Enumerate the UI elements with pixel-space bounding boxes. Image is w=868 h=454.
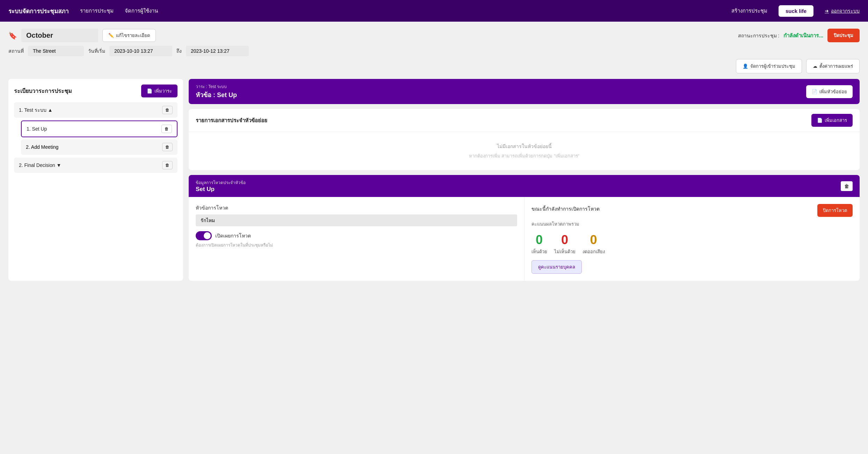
close-vote-button[interactable]: ปิดการโหวต: [817, 204, 853, 217]
voting-right: ขณะนี้กำลังทำการเปิดการโหวต ปิดการโหวต ค…: [525, 197, 860, 281]
docs-header: รายการเอกสารประจำหัวข้อย่อย 📄 เพิ่มเอกสา…: [189, 109, 860, 132]
right-panel: วาระ : Test ระบบ หัวข้อ : Set Up 📄 เพิ่ม…: [189, 79, 860, 281]
voting-left: หัวข้อการโหวต เปิดเผยการโหวต ต้องการเปิด…: [189, 197, 525, 281]
agree-count: 0: [531, 233, 547, 247]
meeting-title-input[interactable]: [21, 29, 98, 42]
docs-empty-line2: หากต้องการเพิ่ม สามารถเพิ่มด้วยการกดปุ่ม…: [196, 152, 853, 160]
action-buttons-row: 👤 จัดการผู้เข้าร่วมประชุม ☁ ตั้งค่าการเผ…: [8, 59, 860, 73]
add-sub-label: เพิ่มหัวข้อย่อย: [819, 88, 847, 95]
location-row: สถานที่ วันที่เริ่ม ถึง: [8, 46, 860, 56]
create-meeting-button[interactable]: สร้างการประชุม: [731, 7, 767, 15]
close-meeting-button[interactable]: ปิดประชุม: [827, 29, 860, 42]
status-value: กำลังดำเนินการ...: [783, 31, 823, 40]
voting-title: Set Up: [196, 186, 246, 193]
manage-attendees-label: จัดการผู้เข้าร่วมประชุม: [750, 63, 795, 70]
start-date-label: วันที่เริ่ม: [88, 47, 105, 55]
agenda-item-2-label: 2. Final Decision ▼: [19, 162, 61, 168]
status-prefix: สถานะการประชุม :: [738, 32, 780, 39]
toggle-label: เปิดเผยการโหวต: [215, 232, 251, 240]
meeting-title-row: 🔖 ✏️ แก้ไขรายละเอียด สถานะการประชุม : กำ…: [8, 29, 860, 42]
logout-button[interactable]: ➜ ออกจากระบบ: [825, 7, 860, 15]
to-label: ถึง: [176, 47, 182, 55]
agenda-item-1[interactable]: 1. Test ระบบ ▲ 🗑: [14, 102, 178, 118]
agenda-item-2[interactable]: 2. Final Decision ▼ 🗑: [14, 158, 178, 173]
logout-icon: ➜: [825, 8, 829, 14]
documents-card: รายการเอกสารประจำหัวข้อย่อย 📄 เพิ่มเอกสา…: [189, 109, 860, 170]
navbar-brand: ระบบจัดการประชุมสภา: [8, 6, 69, 16]
voting-status-label: ขณะนี้กำลังทำการเปิดการโหวต: [531, 205, 600, 213]
voting-body: หัวข้อการโหวต เปิดเผยการโหวต ต้องการเปิด…: [189, 197, 860, 281]
vote-counts: 0 เห็นด้วย 0 ไม่เห็นด้วย 0 งดออกเสียง: [531, 233, 853, 255]
nav-link-meetings[interactable]: รายการประชุม: [80, 7, 114, 15]
navbar: ระบบจัดการประชุมสภา รายการประชุม จัดการผ…: [0, 0, 868, 22]
agenda-header-text: วาระ : Test ระบบ หัวข้อ : Set Up: [196, 83, 237, 100]
edit-icon: ✏️: [108, 33, 114, 38]
sub-item-1-1[interactable]: 1. Set Up 🗑: [21, 120, 178, 137]
voting-header: ข้อมูลการโหวตประจำหัวข้อ Set Up 🗑: [189, 175, 860, 197]
docs-title: รายการเอกสารประจำหัวข้อย่อย: [196, 116, 267, 125]
docs-empty-state: ไม่มีเอกสารในหัวข้อย่อยนี้ หากต้องการเพิ…: [189, 132, 860, 170]
manage-attendees-button[interactable]: 👤 จัดการผู้เข้าร่วมประชุม: [736, 59, 802, 73]
share-icon: ☁: [813, 64, 817, 69]
left-panel: ระเบียบวาระการประชุม 📄 เพิ่มวาระ 1. Test…: [8, 79, 183, 281]
toggle-hint: ต้องการเปิดเผยการโหวตในที่ประชุมหรือไม่: [196, 242, 517, 248]
sub-item-1-2-label: 2. Add Meeting: [26, 144, 58, 150]
edit-btn-label: แก้ไขรายละเอียด: [116, 32, 150, 39]
docs-empty-line1: ไม่มีเอกสารในหัวข้อย่อยนี้: [196, 142, 853, 150]
view-individual-button[interactable]: ดูคะแนนรายบุคคล: [531, 260, 582, 274]
main-columns: ระเบียบวาระการประชุม 📄 เพิ่มวาระ 1. Test…: [8, 79, 860, 281]
add-doc-label: เพิ่มเอกสาร: [825, 117, 847, 124]
disagree-count-item: 0 ไม่เห็นด้วย: [554, 233, 576, 255]
disagree-label: ไม่เห็นด้วย: [554, 248, 576, 255]
person-icon: 👤: [743, 64, 748, 69]
vote-summary-label: คะแนนผลโหวตภาพรวม: [531, 220, 853, 228]
agenda-item-1-delete[interactable]: 🗑: [162, 106, 173, 114]
abstain-label: งดออกเสียง: [583, 248, 605, 255]
end-date-input[interactable]: [186, 46, 249, 56]
toggle-row: เปิดเผยการโหวต: [196, 231, 517, 240]
agenda-title: หัวข้อ : Set Up: [196, 90, 237, 100]
disagree-count: 0: [554, 233, 576, 247]
vote-topic-label: หัวข้อการโหวต: [196, 204, 517, 212]
nav-link-users[interactable]: จัดการผู้ใช้งาน: [125, 7, 158, 15]
agree-label: เห็นด้วย: [531, 248, 547, 255]
edit-details-button[interactable]: ✏️ แก้ไขรายละเอียด: [102, 29, 156, 42]
add-doc-icon: 📄: [817, 118, 823, 123]
add-agenda-button[interactable]: 📄 เพิ่มวาระ: [141, 85, 178, 97]
location-input[interactable]: [28, 46, 84, 56]
agree-count-item: 0 เห็นด้วย: [531, 233, 547, 255]
agenda-header-top: วาระ : Test ระบบ หัวข้อ : Set Up 📄 เพิ่ม…: [189, 79, 860, 104]
add-sub-topic-button[interactable]: 📄 เพิ่มหัวข้อย่อย: [806, 85, 853, 98]
agenda-panel-title: ระเบียบวาระการประชุม: [14, 87, 72, 95]
abstain-count: 0: [583, 233, 605, 247]
bookmark-icon: 🔖: [8, 31, 17, 40]
agenda-breadcrumb: วาระ : Test ระบบ: [196, 83, 237, 90]
user-menu-button[interactable]: suck life: [779, 5, 813, 17]
sub-item-1-1-label: 1. Set Up: [27, 126, 47, 132]
voting-delete-button[interactable]: 🗑: [841, 181, 853, 191]
start-date-input[interactable]: [109, 46, 172, 56]
add-agenda-doc-icon: 📄: [147, 88, 152, 94]
left-panel-header: ระเบียบวาระการประชุม 📄 เพิ่มวาระ: [14, 85, 178, 97]
voting-header-text: ข้อมูลการโหวตประจำหัวข้อ Set Up: [196, 179, 246, 193]
content-area: 🔖 ✏️ แก้ไขรายละเอียด สถานะการประชุม : กำ…: [0, 22, 868, 288]
sub-item-1-2[interactable]: 2. Add Meeting 🗑: [21, 139, 178, 155]
location-label: สถานที่: [8, 47, 24, 55]
agenda-item-1-label: 1. Test ระบบ ▲: [19, 106, 53, 114]
share-settings-button[interactable]: ☁ ตั้งค่าการเผยแพร่: [806, 59, 860, 73]
voting-breadcrumb: ข้อมูลการโหวตประจำหัวข้อ: [196, 179, 246, 186]
vote-topic-input[interactable]: [196, 214, 517, 226]
abstain-count-item: 0 งดออกเสียง: [583, 233, 605, 255]
share-settings-label: ตั้งค่าการเผยแพร่: [819, 63, 853, 70]
reveal-vote-toggle[interactable]: [196, 231, 212, 240]
status-area: สถานะการประชุม : กำลังดำเนินการ... ปิดปร…: [738, 29, 860, 42]
add-sub-icon: 📄: [812, 89, 817, 94]
agenda-item-2-delete[interactable]: 🗑: [162, 161, 173, 169]
agenda-header-card: วาระ : Test ระบบ หัวข้อ : Set Up 📄 เพิ่ม…: [189, 79, 860, 104]
add-document-button[interactable]: 📄 เพิ่มเอกสาร: [811, 114, 853, 127]
voting-card: ข้อมูลการโหวตประจำหัวข้อ Set Up 🗑 หัวข้อ…: [189, 175, 860, 281]
sub-item-1-2-delete[interactable]: 🗑: [162, 143, 173, 151]
sub-item-1-1-delete[interactable]: 🗑: [161, 125, 172, 133]
logout-label: ออกจากระบบ: [831, 7, 860, 15]
add-agenda-label: เพิ่มวาระ: [154, 87, 172, 95]
